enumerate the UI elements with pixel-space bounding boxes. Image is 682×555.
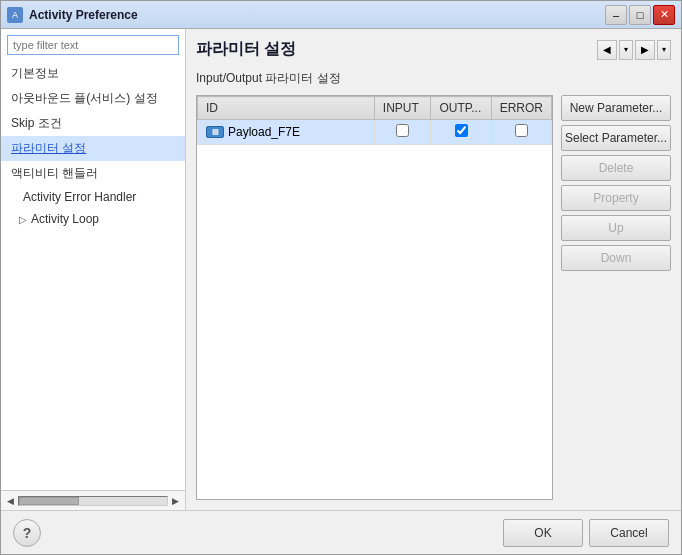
down-button[interactable]: Down: [561, 245, 671, 271]
main-header: 파라미터 설정 ◀ ▾ ▶ ▾: [196, 39, 671, 60]
delete-button[interactable]: Delete: [561, 155, 671, 181]
sidebar-item-label: 아웃바운드 플(서비스) 설정: [11, 90, 158, 107]
nav-forward-dropdown[interactable]: ▾: [657, 40, 671, 60]
nav-forward-button[interactable]: ▶: [635, 40, 655, 60]
nav-back-dropdown[interactable]: ▾: [619, 40, 633, 60]
param-table-container: ID INPUT OUTP... ERROR ▤: [196, 95, 553, 500]
sidebar-item-파라미터설정[interactable]: 파라미터 설정: [1, 136, 185, 161]
row-error-cell: [491, 120, 551, 145]
col-header-output[interactable]: OUTP...: [431, 97, 491, 120]
param-table: ID INPUT OUTP... ERROR ▤: [197, 96, 552, 145]
expand-icon: ▷: [19, 214, 27, 225]
horizontal-scrollbar[interactable]: [18, 496, 168, 506]
sidebar-item-label: 파라미터 설정: [11, 140, 86, 157]
sidebar-item-label: 기본정보: [11, 65, 59, 82]
nav-back-button[interactable]: ◀: [597, 40, 617, 60]
row-id-label: Payload_F7E: [228, 125, 300, 139]
new-parameter-button[interactable]: New Parameter...: [561, 95, 671, 121]
cancel-button[interactable]: Cancel: [589, 519, 669, 547]
right-buttons: New Parameter... Select Parameter... Del…: [561, 95, 671, 500]
nav-arrows: ◀ ▾ ▶ ▾: [597, 40, 671, 60]
sidebar-scrollbar-area: ◀ ▶: [1, 490, 185, 510]
main-title: 파라미터 설정: [196, 39, 296, 60]
filter-input[interactable]: [7, 35, 179, 55]
sidebar-item-label: Activity Error Handler: [23, 190, 136, 204]
row-input-cell: [374, 120, 431, 145]
title-bar: A Activity Preference – □ ✕: [1, 1, 681, 29]
scrollbar-thumb[interactable]: [19, 497, 79, 505]
section-title: Input/Output 파라미터 설정: [196, 70, 671, 87]
row-output-cell: [431, 120, 491, 145]
main-window: A Activity Preference – □ ✕ 기본정보 아웃바운드 플…: [0, 0, 682, 555]
scroll-right-button[interactable]: ▶: [170, 496, 181, 506]
sidebar-list: 기본정보 아웃바운드 플(서비스) 설정 Skip 조건 파라미터 설정 액티비…: [1, 61, 185, 490]
col-header-error[interactable]: ERROR: [491, 97, 551, 120]
minimize-button[interactable]: –: [605, 5, 627, 25]
sidebar-item-label: Activity Loop: [31, 212, 99, 226]
help-button[interactable]: ?: [13, 519, 41, 547]
table-row[interactable]: ▤ Payload_F7E: [198, 120, 552, 145]
sidebar-item-기본정보[interactable]: 기본정보: [1, 61, 185, 86]
sidebar-item-label: 액티비티 핸들러: [11, 165, 98, 182]
close-button[interactable]: ✕: [653, 5, 675, 25]
sidebar-item-activity-loop[interactable]: ▷ Activity Loop: [1, 208, 185, 230]
window-icon: A: [7, 7, 23, 23]
maximize-button[interactable]: □: [629, 5, 651, 25]
row-error-checkbox[interactable]: [515, 124, 528, 137]
sidebar-item-activity-error-handler[interactable]: Activity Error Handler: [1, 186, 185, 208]
property-button[interactable]: Property: [561, 185, 671, 211]
col-header-input[interactable]: INPUT: [374, 97, 431, 120]
ok-button[interactable]: OK: [503, 519, 583, 547]
row-id-icon: ▤: [206, 126, 224, 138]
row-output-checkbox[interactable]: [455, 124, 468, 137]
footer: ? OK Cancel: [1, 510, 681, 554]
scroll-left-button[interactable]: ◀: [5, 496, 16, 506]
row-id-cell: ▤ Payload_F7E: [198, 120, 375, 145]
main-panel: 파라미터 설정 ◀ ▾ ▶ ▾ Input/Output 파라미터 설정 ID: [186, 29, 681, 510]
row-input-checkbox[interactable]: [396, 124, 409, 137]
window-title: Activity Preference: [29, 8, 605, 22]
sidebar-item-label: Skip 조건: [11, 115, 62, 132]
table-row-container: ID INPUT OUTP... ERROR ▤: [196, 95, 671, 500]
up-button[interactable]: Up: [561, 215, 671, 241]
sidebar-item-skip[interactable]: Skip 조건: [1, 111, 185, 136]
title-bar-buttons: – □ ✕: [605, 5, 675, 25]
select-parameter-button[interactable]: Select Parameter...: [561, 125, 671, 151]
content-area: 기본정보 아웃바운드 플(서비스) 설정 Skip 조건 파라미터 설정 액티비…: [1, 29, 681, 510]
col-header-id[interactable]: ID: [198, 97, 375, 120]
sidebar-item-아웃바운드[interactable]: 아웃바운드 플(서비스) 설정: [1, 86, 185, 111]
footer-buttons: OK Cancel: [503, 519, 669, 547]
sidebar: 기본정보 아웃바운드 플(서비스) 설정 Skip 조건 파라미터 설정 액티비…: [1, 29, 186, 510]
sidebar-item-액티비티핸들러[interactable]: 액티비티 핸들러: [1, 161, 185, 186]
